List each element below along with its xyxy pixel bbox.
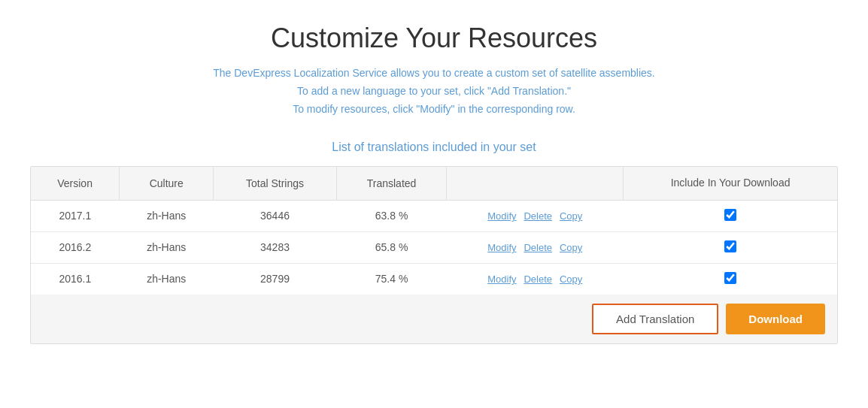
section-title: List of translations included in your se… [30,141,838,154]
cell-actions: Modify Delete Copy [447,231,624,263]
subtitle-line2: To add a new language to your set, click… [30,83,838,101]
table-header-row: Version Culture Total Strings Translated… [31,167,837,200]
cell-include [624,200,837,231]
col-header-include: Include In Your Download [624,167,837,200]
cell-actions: Modify Delete Copy [447,263,624,295]
page-subtitle: The DevExpress Localization Service allo… [30,65,838,118]
col-header-culture: Culture [120,167,214,200]
cell-culture: zh-Hans [120,200,214,231]
add-translation-button[interactable]: Add Translation [592,304,718,334]
table-body: 2017.1 zh-Hans 36446 63.8 % Modify Delet… [31,200,837,295]
table-row: 2016.1 zh-Hans 28799 75.4 % Modify Delet… [31,263,837,295]
page-container: Customize Your Resources The DevExpress … [0,0,868,359]
include-checkbox[interactable] [724,272,736,284]
cell-total-strings: 28799 [214,263,337,295]
copy-link[interactable]: Copy [560,274,582,285]
translations-table: Version Culture Total Strings Translated… [31,167,837,343]
cell-translated: 65.8 % [336,231,447,263]
cell-include [624,231,837,263]
copy-link[interactable]: Copy [560,210,582,222]
cell-culture: zh-Hans [120,263,214,295]
download-button[interactable]: Download [726,304,825,334]
table-footer-row: Add Translation Download [31,295,837,343]
page-title: Customize Your Resources [30,23,838,54]
col-header-version: Version [31,167,120,200]
delete-link[interactable]: Delete [524,210,552,222]
cell-culture: zh-Hans [120,231,214,263]
cell-total-strings: 34283 [214,231,337,263]
cell-translated: 63.8 % [336,200,447,231]
cell-total-strings: 36446 [214,200,337,231]
subtitle-line3: To modify resources, click "Modify" in t… [30,101,838,119]
cell-translated: 75.4 % [336,263,447,295]
cell-version: 2016.2 [31,231,120,263]
cell-version: 2016.1 [31,263,120,295]
include-checkbox[interactable] [724,240,736,252]
copy-link[interactable]: Copy [560,242,582,253]
table-row: 2017.1 zh-Hans 36446 63.8 % Modify Delet… [31,200,837,231]
delete-link[interactable]: Delete [524,242,552,253]
col-header-total-strings: Total Strings [214,167,337,200]
cell-actions: Modify Delete Copy [447,200,624,231]
modify-link[interactable]: Modify [487,274,516,285]
table-row: 2016.2 zh-Hans 34283 65.8 % Modify Delet… [31,231,837,263]
subtitle-line1: The DevExpress Localization Service allo… [30,65,838,83]
cell-include [624,263,837,295]
modify-link[interactable]: Modify [487,242,516,253]
footer-cell: Add Translation Download [31,295,837,343]
include-checkbox[interactable] [724,209,736,221]
col-header-translated: Translated [336,167,447,200]
translations-table-container: Version Culture Total Strings Translated… [30,166,838,344]
modify-link[interactable]: Modify [487,210,516,222]
col-header-actions [447,167,624,200]
delete-link[interactable]: Delete [524,274,552,285]
cell-version: 2017.1 [31,200,120,231]
